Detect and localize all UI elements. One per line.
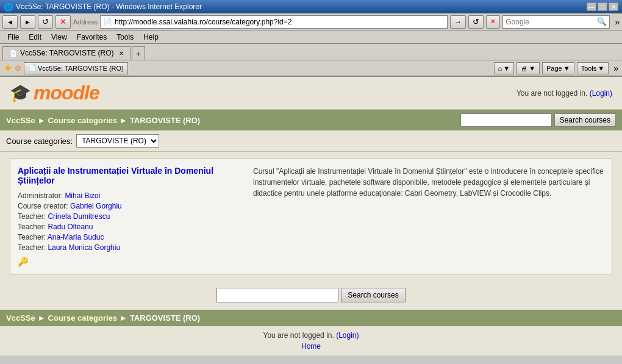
- new-tab-button[interactable]: +: [132, 46, 145, 60]
- footer-login-text: You are not logged in.: [263, 331, 334, 340]
- title-bar-controls: — □ ✕: [587, 2, 618, 11]
- nav-toolbar: ◄ ► ↺ ✕ Address 📄 → ↺ ✕ 🔍 »: [0, 13, 622, 30]
- login-info: You are not logged in. (Login): [517, 89, 612, 98]
- bottom-breadcrumb-sep1: ►: [38, 313, 46, 323]
- site-favicon: 📄: [28, 64, 37, 72]
- category-row: Course categories: TARGOVISTE (RO): [0, 130, 622, 152]
- teacher1-label: Teacher:: [18, 212, 46, 221]
- teacher4-name[interactable]: Laura Monica Gorghiu: [48, 243, 120, 252]
- search-engine-input[interactable]: [506, 18, 597, 26]
- bottom-breadcrumb-categories-link[interactable]: Course categories: [48, 313, 117, 323]
- favorites-bar: ★ ⊕ 📄 Vcc5Se: TARGOVISTE (RO) ⌂ ▼ 🖨 ▼ Pa…: [0, 60, 622, 76]
- stop-right-button[interactable]: ✕: [486, 15, 500, 29]
- maximize-button[interactable]: □: [598, 2, 607, 11]
- admin-name[interactable]: Mihai Bizoi: [65, 191, 100, 200]
- print-button[interactable]: 🖨 ▼: [517, 62, 540, 74]
- page-label: Page: [546, 65, 562, 72]
- course-title-link[interactable]: Aplicații ale Instrumentației Virtuale î…: [18, 166, 243, 185]
- refresh-button[interactable]: ↺: [38, 15, 53, 29]
- stop-button[interactable]: ✕: [55, 15, 71, 29]
- close-button[interactable]: ✕: [609, 2, 618, 11]
- top-search-input[interactable]: [460, 113, 552, 127]
- top-search-box: Search courses: [460, 113, 616, 127]
- tools-button[interactable]: Tools ▼: [577, 62, 609, 74]
- login-status-text: You are not logged in.: [517, 89, 587, 98]
- menu-tools[interactable]: Tools: [112, 32, 138, 43]
- footer-home-link[interactable]: Home: [5, 342, 617, 351]
- breadcrumb-categories-link[interactable]: Course categories: [48, 116, 117, 125]
- home-button[interactable]: ⌂ ▼: [494, 62, 515, 74]
- refresh-right-button[interactable]: ↺: [468, 15, 484, 29]
- bottom-search: Search courses: [0, 280, 622, 310]
- creator-label: Course creator:: [18, 202, 68, 210]
- menu-favorites[interactable]: Favorites: [72, 32, 112, 43]
- course-teacher2-row: Teacher: Radu Olteanu: [18, 223, 243, 231]
- footer: You are not logged in. (Login) Home: [0, 326, 622, 355]
- title-bar: 🌐 Vcc5Se: TARGOVISTE (RO) - Windows Inte…: [0, 0, 622, 13]
- page-dropdown-icon: ▼: [563, 65, 570, 72]
- star-icon[interactable]: ★: [4, 62, 12, 74]
- rss-icon: ⊕: [15, 63, 21, 73]
- page-content: 🎓 moodle You are not logged in. (Login) …: [0, 77, 622, 355]
- moodle-logo: 🎓 moodle: [10, 82, 99, 104]
- breadcrumb-sep2: ►: [120, 116, 127, 125]
- category-label: Course categories:: [6, 137, 73, 146]
- fav-left: ★ ⊕ 📄 Vcc5Se: TARGOVISTE (RO): [4, 62, 128, 74]
- breadcrumb-site-link[interactable]: VccSSe: [6, 116, 35, 125]
- course-card: Aplicații ale Instrumentației Virtuale î…: [10, 158, 612, 274]
- teacher3-name[interactable]: Ana-Maria Suduc: [48, 233, 104, 241]
- tab-targoviste[interactable]: 📄 Vcc5Se: TARGOVISTE (RO) ✕: [2, 46, 130, 60]
- top-search-button[interactable]: Search courses: [554, 113, 616, 127]
- course-description: Cursul "Aplicații ale Instrumentației Vi…: [253, 166, 604, 266]
- course-left: Aplicații ale Instrumentației Virtuale î…: [18, 166, 243, 266]
- site-label: Vcc5Se: TARGOVISTE (RO): [38, 65, 124, 72]
- top-breadcrumb-bar: VccSSe ► Course categories ► TARGOVISTE …: [0, 110, 622, 130]
- menu-edit[interactable]: Edit: [24, 32, 46, 43]
- course-teacher1-row: Teacher: Crinela Dumitrescu: [18, 212, 243, 221]
- favorites-site-button[interactable]: 📄 Vcc5Se: TARGOVISTE (RO): [24, 62, 128, 74]
- teacher2-label: Teacher:: [18, 223, 46, 231]
- page-button[interactable]: Page ▼: [542, 62, 574, 74]
- expander-icon[interactable]: »: [615, 17, 620, 27]
- fav-expander[interactable]: »: [613, 63, 618, 73]
- admin-label: Administrator:: [18, 191, 63, 200]
- menu-help[interactable]: Help: [138, 32, 163, 43]
- moodle-header: 🎓 moodle You are not logged in. (Login): [0, 77, 622, 110]
- address-bar[interactable]: 📄: [100, 15, 448, 29]
- teacher3-label: Teacher:: [18, 233, 46, 241]
- teacher1-name[interactable]: Crinela Dumitrescu: [48, 212, 110, 221]
- bottom-search-button[interactable]: Search courses: [341, 288, 405, 302]
- bottom-breadcrumb-site-link[interactable]: VccSSe: [6, 313, 35, 323]
- category-select[interactable]: TARGOVISTE (RO): [76, 134, 159, 148]
- search-engine-icon: 🔍: [597, 17, 607, 26]
- login-link[interactable]: (Login): [590, 89, 612, 98]
- menu-file[interactable]: File: [2, 32, 24, 43]
- bottom-breadcrumb-bar: VccSSe ► Course categories ► TARGOVISTE …: [0, 310, 622, 326]
- tools-dropdown-icon: ▼: [598, 65, 604, 72]
- bottom-search-input[interactable]: [216, 288, 338, 302]
- browser-chrome: ◄ ► ↺ ✕ Address 📄 → ↺ ✕ 🔍 » File Edit Vi…: [0, 13, 622, 77]
- go-button[interactable]: →: [450, 15, 466, 29]
- back-button[interactable]: ◄: [2, 15, 18, 29]
- bottom-breadcrumb-sep2: ►: [120, 313, 127, 323]
- bottom-breadcrumb: VccSSe ► Course categories ► TARGOVISTE …: [6, 313, 200, 323]
- print-icon: 🖨: [521, 65, 527, 72]
- search-engine-box[interactable]: 🔍: [502, 15, 610, 29]
- creator-name[interactable]: Gabriel Gorghiu: [70, 202, 122, 210]
- print-dropdown-icon: ▼: [529, 65, 535, 72]
- minimize-button[interactable]: —: [587, 2, 596, 11]
- address-label: Address: [73, 18, 98, 26]
- menu-view[interactable]: View: [46, 32, 72, 43]
- footer-login-link[interactable]: (Login): [336, 331, 359, 340]
- tab-close-button[interactable]: ✕: [119, 50, 124, 57]
- course-admin-row: Administrator: Mihai Bizoi: [18, 191, 243, 200]
- breadcrumb-sep1: ►: [38, 116, 46, 125]
- home-icon: ⌂: [498, 65, 502, 72]
- page-icon: 📄: [103, 18, 112, 26]
- breadcrumb-current: TARGOVISTE (RO): [130, 116, 200, 125]
- teacher2-name[interactable]: Radu Olteanu: [48, 223, 93, 231]
- moodle-logo-text: moodle: [34, 82, 99, 104]
- menu-bar: File Edit View Favorites Tools Help: [0, 30, 622, 44]
- address-input[interactable]: [115, 18, 445, 26]
- forward-button[interactable]: ►: [20, 15, 35, 29]
